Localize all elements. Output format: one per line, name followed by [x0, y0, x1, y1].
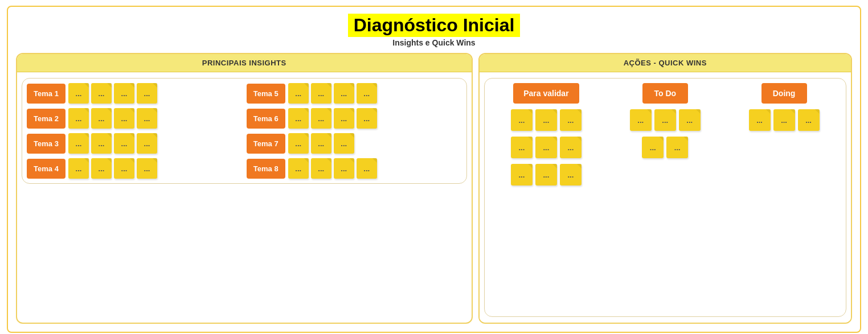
- sticky-note[interactable]: ...: [357, 83, 377, 104]
- sticky-note[interactable]: ...: [311, 108, 331, 129]
- sticky-note[interactable]: ...: [357, 108, 377, 129]
- qw-sticky-note[interactable]: ...: [535, 164, 557, 185]
- qw-sticky-note[interactable]: ...: [798, 109, 820, 131]
- sticky-notes: ............: [68, 158, 157, 179]
- sticky-note[interactable]: ...: [68, 83, 89, 104]
- sticky-note[interactable]: ...: [311, 83, 331, 104]
- qw-inner: Para validar...........................T…: [484, 78, 847, 317]
- insight-row: Tema 1............: [27, 83, 242, 104]
- quickwins-panel-header: AÇÕES - QUICK WINS: [480, 54, 851, 72]
- sticky-notes: ............: [68, 108, 157, 129]
- qw-col-doing: Doing.........: [724, 83, 844, 185]
- qw-sticky-note[interactable]: ...: [679, 109, 701, 131]
- qw-sticky-row: .........: [511, 109, 582, 131]
- sticky-note[interactable]: ...: [68, 133, 89, 154]
- main-panels: PRINCIPAIS INSIGHTS Tema 1............Te…: [16, 53, 852, 324]
- header: Diagnóstico Inicial Insights e Quick Win…: [16, 14, 852, 47]
- qw-sticky-note[interactable]: ...: [535, 137, 557, 158]
- qw-col-header-doing[interactable]: Doing: [761, 83, 807, 104]
- qw-sticky-note[interactable]: ...: [642, 137, 664, 158]
- insight-row: Tema 5............: [247, 83, 462, 104]
- sticky-note[interactable]: ...: [357, 158, 377, 179]
- sticky-note[interactable]: ...: [114, 108, 134, 129]
- tema-label[interactable]: Tema 6: [247, 109, 285, 129]
- insight-row: Tema 6............: [247, 108, 462, 129]
- insights-panel: PRINCIPAIS INSIGHTS Tema 1............Te…: [16, 53, 473, 324]
- qw-sticky-note[interactable]: ...: [630, 109, 652, 131]
- insights-grid: Tema 1............Tema 2............Tema…: [27, 83, 462, 179]
- sticky-note[interactable]: ...: [334, 133, 354, 154]
- sticky-note[interactable]: ...: [137, 133, 157, 154]
- insight-row: Tema 7.........: [247, 133, 462, 154]
- qw-col-para-validar: Para validar...........................: [487, 83, 606, 185]
- sticky-note[interactable]: ...: [334, 83, 354, 104]
- sticky-notes: ............: [68, 133, 157, 154]
- sticky-note[interactable]: ...: [334, 158, 354, 179]
- quickwins-body: Para validar...........................T…: [480, 72, 851, 323]
- main-title: Diagnóstico Inicial: [348, 14, 521, 37]
- sticky-notes: .........: [288, 133, 354, 154]
- qw-sticky-note[interactable]: ...: [560, 164, 582, 185]
- tema-label[interactable]: Tema 5: [247, 84, 285, 104]
- tema-label[interactable]: Tema 4: [27, 159, 65, 179]
- qw-sticky-row: .........: [630, 109, 701, 131]
- tema-label[interactable]: Tema 3: [27, 134, 65, 154]
- sticky-note[interactable]: ...: [91, 108, 112, 129]
- sticky-note[interactable]: ...: [91, 158, 112, 179]
- qw-sticky-note[interactable]: ...: [560, 109, 582, 131]
- sticky-note[interactable]: ...: [334, 108, 354, 129]
- outer-container: Diagnóstico Inicial Insights e Quick Win…: [7, 6, 861, 333]
- insight-row: Tema 2............: [27, 108, 242, 129]
- sticky-note[interactable]: ...: [68, 158, 89, 179]
- sticky-note[interactable]: ...: [114, 133, 134, 154]
- subtitle: Insights e Quick Wins: [16, 38, 852, 47]
- insight-row: Tema 4............: [27, 158, 242, 179]
- sticky-note[interactable]: ...: [91, 133, 112, 154]
- qw-sticky-note[interactable]: ...: [654, 109, 676, 131]
- insights-panel-body: Tema 1............Tema 2............Tema…: [17, 72, 472, 189]
- sticky-notes: ............: [68, 83, 157, 104]
- sticky-note[interactable]: ...: [68, 108, 89, 129]
- qw-sticky-note[interactable]: ...: [535, 109, 557, 131]
- qw-sticky-row: .........: [511, 164, 582, 185]
- tema-label[interactable]: Tema 8: [247, 159, 285, 179]
- sticky-note[interactable]: ...: [137, 83, 157, 104]
- qw-columns: Para validar...........................T…: [487, 83, 844, 185]
- insight-row: Tema 8............: [247, 158, 462, 179]
- sticky-note[interactable]: ...: [288, 83, 309, 104]
- qw-sticky-note[interactable]: ...: [511, 164, 533, 185]
- sticky-notes: ............: [288, 83, 377, 104]
- sticky-note[interactable]: ...: [114, 158, 134, 179]
- quickwins-panel: AÇÕES - QUICK WINS Para validar.........…: [478, 53, 853, 324]
- insights-right-col: Tema 5............Tema 6............Tema…: [247, 83, 462, 179]
- sticky-notes: ............: [288, 158, 377, 179]
- tema-label[interactable]: Tema 7: [247, 134, 285, 154]
- qw-sticky-row: ......: [642, 137, 688, 158]
- qw-sticky-note[interactable]: ...: [560, 137, 582, 158]
- sticky-note[interactable]: ...: [91, 83, 112, 104]
- sticky-note[interactable]: ...: [137, 158, 157, 179]
- qw-sticky-row: .........: [511, 137, 582, 158]
- sticky-note[interactable]: ...: [288, 158, 309, 179]
- insights-inner: Tema 1............Tema 2............Tema…: [22, 78, 467, 184]
- sticky-note[interactable]: ...: [311, 158, 331, 179]
- qw-col-header-to-do[interactable]: To Do: [642, 83, 688, 104]
- qw-col-header-para-validar[interactable]: Para validar: [513, 83, 579, 104]
- sticky-note[interactable]: ...: [288, 133, 309, 154]
- sticky-note[interactable]: ...: [114, 83, 134, 104]
- sticky-note[interactable]: ...: [288, 108, 309, 129]
- sticky-notes: ............: [288, 108, 377, 129]
- insight-row: Tema 3............: [27, 133, 242, 154]
- sticky-note[interactable]: ...: [137, 108, 157, 129]
- tema-label[interactable]: Tema 2: [27, 109, 65, 129]
- qw-sticky-note[interactable]: ...: [773, 109, 795, 131]
- sticky-note[interactable]: ...: [311, 133, 331, 154]
- qw-sticky-note[interactable]: ...: [666, 137, 688, 158]
- tema-label[interactable]: Tema 1: [27, 84, 65, 104]
- qw-col-to-do: To Do...............: [605, 83, 724, 185]
- qw-sticky-note[interactable]: ...: [749, 109, 771, 131]
- insights-panel-header: PRINCIPAIS INSIGHTS: [17, 54, 472, 72]
- qw-sticky-note[interactable]: ...: [511, 109, 533, 131]
- qw-sticky-note[interactable]: ...: [511, 137, 533, 158]
- insights-left-col: Tema 1............Tema 2............Tema…: [27, 83, 242, 179]
